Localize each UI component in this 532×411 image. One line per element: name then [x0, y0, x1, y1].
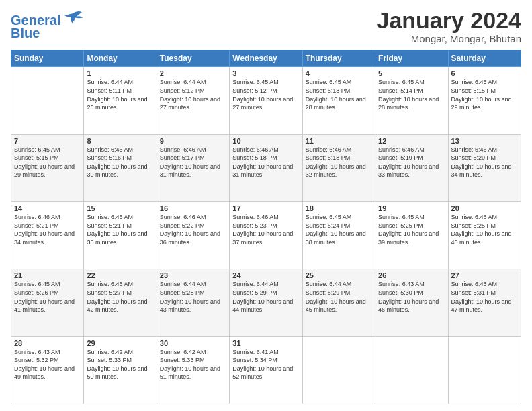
day-number: 5: [378, 69, 445, 77]
day-info: Sunrise: 6:45 AMSunset: 5:26 PMDaylight:…: [14, 280, 81, 314]
table-row: 3Sunrise: 6:45 AMSunset: 5:12 PMDaylight…: [230, 67, 302, 134]
table-row: 6Sunrise: 6:45 AMSunset: 5:15 PMDaylight…: [448, 67, 521, 134]
table-row: 9Sunrise: 6:46 AMSunset: 5:17 PMDaylight…: [157, 134, 229, 201]
table-row: 29Sunrise: 6:42 AMSunset: 5:33 PMDayligh…: [84, 336, 157, 404]
day-number: 26: [378, 271, 445, 279]
day-number: 9: [160, 137, 226, 145]
day-number: 21: [14, 271, 81, 279]
day-info: Sunrise: 6:43 AMSunset: 5:30 PMDaylight:…: [378, 280, 445, 314]
table-row: 31Sunrise: 6:41 AMSunset: 5:34 PMDayligh…: [230, 336, 302, 404]
day-info: Sunrise: 6:44 AMSunset: 5:11 PMDaylight:…: [87, 78, 153, 111]
title-block: January 2024 Mongar, Mongar, Bhutan: [377, 8, 522, 44]
table-row: 26Sunrise: 6:43 AMSunset: 5:30 PMDayligh…: [375, 269, 448, 336]
table-row: 5Sunrise: 6:45 AMSunset: 5:14 PMDaylight…: [375, 67, 448, 134]
day-number: 28: [14, 339, 81, 347]
day-info: Sunrise: 6:46 AMSunset: 5:21 PMDaylight:…: [14, 213, 81, 246]
table-row: 23Sunrise: 6:44 AMSunset: 5:28 PMDayligh…: [157, 269, 229, 336]
day-info: Sunrise: 6:45 AMSunset: 5:27 PMDaylight:…: [87, 280, 153, 314]
day-info: Sunrise: 6:46 AMSunset: 5:16 PMDaylight:…: [87, 146, 153, 179]
day-info: Sunrise: 6:45 AMSunset: 5:25 PMDaylight:…: [378, 213, 445, 246]
day-number: 31: [232, 339, 299, 347]
day-info: Sunrise: 6:46 AMSunset: 5:20 PMDaylight:…: [451, 146, 518, 179]
header: General Blue January 2024 Mongar, Mongar…: [11, 8, 521, 44]
day-number: 20: [451, 204, 518, 212]
day-number: 15: [87, 204, 153, 212]
table-row: [11, 67, 84, 134]
day-info: Sunrise: 6:46 AMSunset: 5:18 PMDaylight:…: [306, 146, 372, 179]
table-row: 20Sunrise: 6:45 AMSunset: 5:25 PMDayligh…: [448, 202, 521, 269]
day-number: 6: [451, 69, 518, 77]
day-number: 30: [160, 339, 226, 347]
day-number: 19: [378, 204, 445, 212]
day-number: 2: [160, 69, 226, 77]
day-info: Sunrise: 6:45 AMSunset: 5:24 PMDaylight:…: [306, 213, 372, 246]
table-row: 25Sunrise: 6:44 AMSunset: 5:29 PMDayligh…: [302, 269, 375, 336]
day-number: 27: [451, 271, 518, 279]
table-row: 1Sunrise: 6:44 AMSunset: 5:11 PMDaylight…: [84, 67, 157, 134]
table-row: [448, 336, 521, 404]
day-info: Sunrise: 6:44 AMSunset: 5:12 PMDaylight:…: [160, 78, 226, 111]
table-row: 2Sunrise: 6:44 AMSunset: 5:12 PMDaylight…: [157, 67, 229, 134]
day-info: Sunrise: 6:45 AMSunset: 5:13 PMDaylight:…: [306, 78, 372, 111]
table-row: [375, 336, 448, 404]
table-row: 10Sunrise: 6:46 AMSunset: 5:18 PMDayligh…: [230, 134, 302, 201]
day-number: 7: [14, 137, 81, 145]
day-number: 12: [378, 137, 445, 145]
table-row: 15Sunrise: 6:46 AMSunset: 5:21 PMDayligh…: [84, 202, 157, 269]
day-number: 4: [306, 69, 372, 77]
logo: General Blue: [11, 11, 84, 41]
header-friday: Friday: [375, 50, 448, 67]
day-info: Sunrise: 6:42 AMSunset: 5:33 PMDaylight:…: [87, 348, 153, 381]
header-tuesday: Tuesday: [157, 50, 229, 67]
day-info: Sunrise: 6:46 AMSunset: 5:23 PMDaylight:…: [232, 213, 299, 246]
day-info: Sunrise: 6:46 AMSunset: 5:18 PMDaylight:…: [232, 146, 299, 179]
day-number: 18: [306, 204, 372, 212]
day-info: Sunrise: 6:46 AMSunset: 5:22 PMDaylight:…: [160, 213, 226, 246]
calendar-table: Sunday Monday Tuesday Wednesday Thursday…: [11, 50, 521, 404]
table-row: 12Sunrise: 6:46 AMSunset: 5:19 PMDayligh…: [375, 134, 448, 201]
table-row: 19Sunrise: 6:45 AMSunset: 5:25 PMDayligh…: [375, 202, 448, 269]
day-number: 24: [232, 271, 299, 279]
table-row: 30Sunrise: 6:42 AMSunset: 5:33 PMDayligh…: [157, 336, 229, 404]
table-row: 16Sunrise: 6:46 AMSunset: 5:22 PMDayligh…: [157, 202, 229, 269]
day-info: Sunrise: 6:44 AMSunset: 5:29 PMDaylight:…: [306, 280, 372, 314]
day-number: 11: [306, 137, 372, 145]
day-info: Sunrise: 6:43 AMSunset: 5:31 PMDaylight:…: [451, 280, 518, 314]
day-info: Sunrise: 6:41 AMSunset: 5:34 PMDaylight:…: [232, 348, 299, 381]
day-number: 14: [14, 204, 81, 212]
table-row: 7Sunrise: 6:45 AMSunset: 5:15 PMDaylight…: [11, 134, 84, 201]
header-saturday: Saturday: [448, 50, 521, 67]
day-number: 8: [87, 137, 153, 145]
table-row: 17Sunrise: 6:46 AMSunset: 5:23 PMDayligh…: [230, 202, 302, 269]
day-info: Sunrise: 6:46 AMSunset: 5:21 PMDaylight:…: [87, 213, 153, 246]
day-number: 16: [160, 204, 226, 212]
day-info: Sunrise: 6:45 AMSunset: 5:15 PMDaylight:…: [451, 78, 518, 111]
day-number: 10: [232, 137, 299, 145]
calendar-page: General Blue January 2024 Mongar, Mongar…: [0, 0, 532, 411]
table-row: 18Sunrise: 6:45 AMSunset: 5:24 PMDayligh…: [302, 202, 375, 269]
day-number: 1: [87, 69, 153, 77]
day-info: Sunrise: 6:45 AMSunset: 5:14 PMDaylight:…: [378, 78, 445, 111]
day-number: 23: [160, 271, 226, 279]
page-subtitle: Mongar, Mongar, Bhutan: [377, 33, 522, 44]
day-number: 29: [87, 339, 153, 347]
table-row: 22Sunrise: 6:45 AMSunset: 5:27 PMDayligh…: [84, 269, 157, 336]
day-info: Sunrise: 6:45 AMSunset: 5:12 PMDaylight:…: [232, 78, 299, 111]
day-number: 13: [451, 137, 518, 145]
table-row: 28Sunrise: 6:43 AMSunset: 5:32 PMDayligh…: [11, 336, 84, 404]
page-title: January 2024: [377, 8, 522, 33]
day-info: Sunrise: 6:42 AMSunset: 5:33 PMDaylight:…: [160, 348, 226, 381]
header-monday: Monday: [84, 50, 157, 67]
table-row: 21Sunrise: 6:45 AMSunset: 5:26 PMDayligh…: [11, 269, 84, 336]
day-info: Sunrise: 6:45 AMSunset: 5:15 PMDaylight:…: [14, 146, 81, 179]
header-sunday: Sunday: [11, 50, 84, 67]
day-info: Sunrise: 6:44 AMSunset: 5:28 PMDaylight:…: [160, 280, 226, 314]
table-row: 14Sunrise: 6:46 AMSunset: 5:21 PMDayligh…: [11, 202, 84, 269]
day-info: Sunrise: 6:46 AMSunset: 5:19 PMDaylight:…: [378, 146, 445, 179]
table-row: 24Sunrise: 6:44 AMSunset: 5:29 PMDayligh…: [230, 269, 302, 336]
header-thursday: Thursday: [302, 50, 375, 67]
day-number: 3: [232, 69, 299, 77]
day-number: 25: [306, 271, 372, 279]
table-row: 27Sunrise: 6:43 AMSunset: 5:31 PMDayligh…: [448, 269, 521, 336]
table-row: 13Sunrise: 6:46 AMSunset: 5:20 PMDayligh…: [448, 134, 521, 201]
